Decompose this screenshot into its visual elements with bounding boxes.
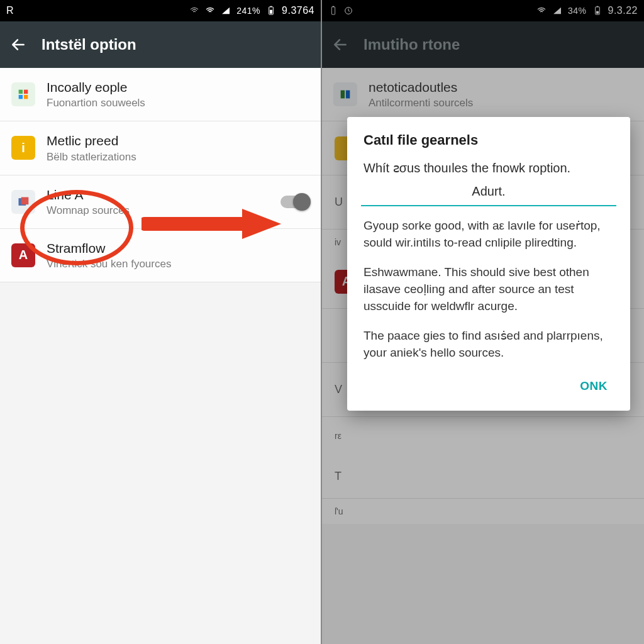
- svg-rect-2: [270, 6, 272, 7]
- status-bar: R 241% 9.3764: [0, 0, 321, 21]
- dialog-paragraph: Eshwawmane. This should sive best othen …: [364, 264, 614, 315]
- app-letter-icon: A: [11, 243, 35, 267]
- carrier-label: R: [6, 5, 14, 16]
- list-item-subtitle: Vlhertick sou ken fyources: [47, 258, 308, 270]
- battery-icon: [266, 6, 276, 16]
- toggle-switch[interactable]: [280, 196, 308, 208]
- app-bar: Intstël option: [0, 21, 321, 68]
- page-title: Intstël option: [42, 36, 136, 53]
- clock-time: 9.3764: [282, 5, 314, 16]
- app-icon: [11, 190, 35, 214]
- list-item[interactable]: A Stramflow Vlhertick sou ken fyources: [0, 229, 321, 282]
- dialog: Catıl file gearnels Whít ƨσus thouıles t…: [347, 117, 630, 411]
- dialog-paragraph: The paace gies to find asıṡed and plarrp…: [364, 328, 614, 362]
- svg-rect-3: [19, 90, 23, 94]
- phone-right: 34% 9.3.22 Imutiho rtone netoticadoutles…: [322, 0, 644, 644]
- signal-icon: [221, 6, 231, 16]
- phone-left: R 241% 9.3764 Intstël option: [0, 0, 322, 644]
- svg-rect-4: [24, 90, 28, 94]
- list-item-title: Line A: [47, 187, 269, 203]
- dialog-divider: [361, 205, 616, 206]
- svg-rect-8: [21, 197, 29, 204]
- battery-percent: 241%: [236, 6, 260, 16]
- list-item[interactable]: i Metlic preed Bëlb statlerizations: [0, 121, 321, 175]
- dialog-center-line: Adurt.: [364, 184, 614, 199]
- dialog-title: Catıl file gearnels: [364, 132, 614, 148]
- list-item-title: Incoally eople: [47, 79, 308, 96]
- svg-rect-6: [24, 95, 28, 99]
- list-item[interactable]: Incoally eople Fuonartion souweels: [0, 68, 321, 121]
- list-item-subtitle: Fuonartion souweels: [47, 97, 308, 109]
- wifi-icon: [205, 6, 215, 16]
- back-button[interactable]: [10, 36, 26, 53]
- info-icon: i: [11, 136, 35, 160]
- dialog-lead: Whít ƨσus thouıles the fnowk roption.: [364, 160, 614, 177]
- dialog-paragraph: Gyoup sorke good, with aε lavıle for use…: [364, 218, 614, 252]
- list-item-title: Stramflow: [47, 240, 308, 257]
- list-item-line-a[interactable]: Line A Womnap sources: [0, 175, 321, 229]
- list-item-title: Metlic preed: [47, 133, 308, 149]
- svg-rect-5: [19, 95, 23, 99]
- list-item-subtitle: Bëlb statlerizations: [47, 151, 308, 164]
- wifi-outline-icon: [189, 6, 199, 16]
- dialog-ok-button[interactable]: ONK: [574, 374, 614, 398]
- settings-list: Incoally eople Fuonartion souweels i Met…: [0, 68, 321, 282]
- svg-rect-1: [270, 10, 272, 14]
- list-item-subtitle: Womnap sources: [47, 204, 269, 217]
- app-icon: [11, 82, 35, 106]
